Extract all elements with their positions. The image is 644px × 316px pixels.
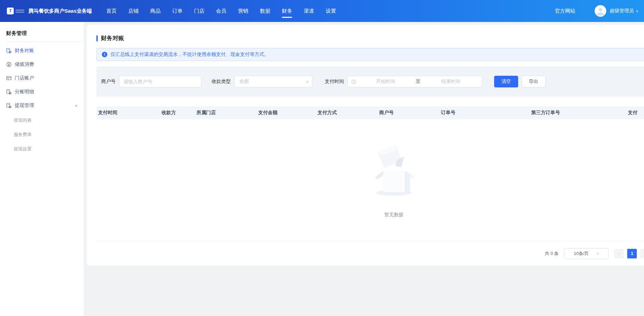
user-icon [595, 5, 606, 17]
alert-message: 仅汇总线上支付渠道的交易流水，不统计使用余额支付、现金支付等方式。 [110, 51, 269, 58]
sidebar-item-label: 财务对账 [15, 48, 34, 54]
ledger-icon [6, 48, 12, 53]
info-icon: ! [102, 52, 107, 57]
official-site-link[interactable]: 官方网站 [555, 8, 575, 14]
clock-icon [351, 79, 356, 84]
nav-item-shop[interactable]: 店铺 [122, 0, 144, 22]
nav-item-settings[interactable]: 设置 [320, 0, 342, 22]
nav-item-finance[interactable]: 财务 [276, 0, 298, 22]
sidebar-item-label: 分账明细 [15, 89, 34, 95]
logo-icon: 7 [7, 8, 14, 14]
range-separator: 至 [414, 78, 423, 85]
ledger-icon [6, 103, 12, 108]
next-page-button[interactable]: › [640, 249, 644, 258]
nav-item-stores[interactable]: 门店 [188, 0, 210, 22]
prev-page-button[interactable]: ‹ [614, 249, 624, 258]
sidebar-item-label: 储值消费 [15, 61, 34, 68]
sidebar-item-stored-value[interactable]: 储值消费 [0, 58, 84, 71]
main-content: 财务对账 ! 仅汇总线上支付渠道的交易流水，不统计使用余额支付、现金支付等方式。… [84, 22, 644, 316]
payment-type-select[interactable]: 全部 ∨ [234, 76, 312, 87]
chevron-down-icon[interactable]: ∨ [636, 9, 639, 13]
merchant-id-input[interactable] [119, 76, 201, 87]
sidebar-item-split-detail[interactable]: 分账明细 [0, 85, 84, 99]
page-number-1[interactable]: 1 [627, 249, 637, 258]
nav-item-channels[interactable]: 渠道 [298, 0, 320, 22]
sidebar-item-label: 提现管理 [15, 102, 34, 109]
avatar[interactable] [595, 5, 606, 17]
sidebar-subitem-withdraw-settings[interactable]: 提现设置 [14, 142, 46, 156]
app-title: 腾马餐饮多商户Saas业务端 [28, 7, 93, 15]
end-time-placeholder[interactable]: 结束时间 [423, 78, 479, 85]
chevron-down-icon: ∨ [306, 80, 309, 84]
sidebar-item-withdraw-manage[interactable]: 提现管理 ∧ [0, 99, 84, 112]
export-button[interactable]: 导出 [522, 76, 546, 87]
nav-item-goods[interactable]: 商品 [144, 0, 166, 22]
merchant-id-label: 商户号 [101, 78, 116, 85]
col-clipped: 支付 [626, 110, 644, 116]
nav-item-members[interactable]: 会员 [210, 0, 232, 22]
total-count: 共 0 条 [545, 251, 559, 257]
finance-reconcile-card: 财务对账 ! 仅汇总线上支付渠道的交易流水，不统计使用余额支付、现金支付等方式。… [87, 25, 644, 266]
date-range-picker[interactable]: 开始时间 至 结束时间 [347, 76, 482, 87]
chevron-down-icon: ∨ [596, 251, 599, 256]
pay-time-label: 支付时间 [325, 78, 344, 85]
yen-circle-icon [6, 62, 12, 67]
col-amount: 支付金额 [257, 110, 316, 116]
page-title-text: 财务对账 [101, 34, 124, 42]
nav-item-orders[interactable]: 订单 [166, 0, 188, 22]
logo-wordmark [15, 10, 24, 13]
payment-type-value: 全部 [239, 78, 306, 85]
clear-button[interactable]: 清空 [494, 76, 518, 87]
payment-type-label: 收款类型 [212, 78, 231, 85]
pagination: 共 0 条 10条/页 ∨ ‹ 1 › 前往 页 [87, 241, 644, 266]
page-size-select[interactable]: 10条/页 ∨ [564, 248, 609, 259]
sidebar: 财务管理 财务对账 储值消费 门店账户 [0, 22, 84, 316]
nav-item-marketing[interactable]: 营销 [232, 0, 254, 22]
main-nav: 首页 店铺 商品 订单 门店 会员 营销 数据 财务 渠道 设置 [100, 0, 342, 22]
ledger-icon [6, 89, 12, 95]
col-third-party-order-id: 第三方订单号 [529, 110, 626, 116]
col-pay-method: 支付方式 [316, 110, 378, 116]
title-accent-bar [96, 35, 98, 41]
info-alert: ! 仅汇总线上支付渠道的交易流水，不统计使用余额支付、现金支付等方式。 [96, 48, 644, 61]
empty-text: 暂无数据 [384, 212, 404, 218]
empty-box-illustration [371, 143, 417, 198]
col-order-id: 订单号 [439, 110, 529, 116]
sidebar-title: 财务管理 [0, 22, 84, 41]
card-icon [6, 75, 12, 81]
chevron-up-icon[interactable]: ∧ [75, 104, 77, 108]
col-pay-time: 支付时间 [96, 110, 160, 116]
app-logo: 7 腾马餐饮多商户Saas业务端 [7, 7, 93, 15]
sidebar-subitem-service-rate[interactable]: 服务费率 [14, 127, 46, 142]
col-store: 所属门店 [195, 110, 257, 116]
start-time-placeholder[interactable]: 开始时间 [358, 78, 414, 85]
nav-item-home[interactable]: 首页 [100, 0, 122, 22]
filter-bar: 商户号 收款类型 全部 ∨ 支付时间 开始时间 至 结束时间 [96, 66, 644, 97]
page-title: 财务对账 [87, 25, 644, 42]
withdraw-submenu: 提现列表 服务费率 提现设置 [0, 112, 79, 157]
sidebar-subitem-withdraw-list[interactable]: 提现列表 [14, 113, 46, 127]
top-navbar: 7 腾马餐饮多商户Saas业务端 首页 店铺 商品 订单 门店 会员 营销 数据… [0, 0, 644, 22]
sidebar-item-label: 门店账户 [15, 75, 34, 81]
user-name[interactable]: 超级管理员 [610, 8, 634, 14]
sidebar-divider [6, 41, 84, 42]
col-payee: 收款方 [160, 110, 195, 116]
navbar-right: 官方网站 超级管理员 ∨ [555, 5, 639, 17]
sidebar-item-finance-reconcile[interactable]: 财务对账 [0, 44, 84, 58]
page-size-value: 10条/页 [574, 251, 589, 257]
table-header-row: 支付时间 收款方 所属门店 支付金额 支付方式 商户号 订单号 第三方订单号 支… [96, 106, 644, 119]
nav-item-data[interactable]: 数据 [254, 0, 276, 22]
sidebar-item-store-account[interactable]: 门店账户 [0, 71, 84, 85]
empty-state: 暂无数据 [87, 119, 644, 241]
col-merchant-id: 商户号 [378, 110, 439, 116]
